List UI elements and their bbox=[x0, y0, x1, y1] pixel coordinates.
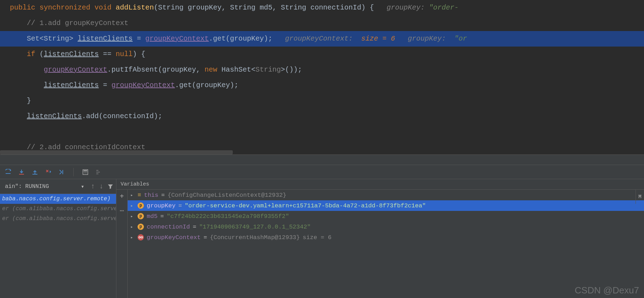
svg-rect-5 bbox=[84, 170, 87, 171]
step-over-icon[interactable] bbox=[5, 169, 11, 175]
horizontal-scrollbar[interactable] bbox=[0, 150, 233, 154]
step-into-icon[interactable] bbox=[18, 169, 25, 175]
svg-rect-0 bbox=[6, 173, 11, 174]
stack-frame[interactable]: er (com.alibaba.nacos.config.server.re bbox=[0, 204, 116, 214]
indent bbox=[10, 112, 27, 120]
frames-toolbar: ain": RUNNING ▾ ↑ ↓ bbox=[0, 179, 116, 194]
eq: = bbox=[161, 192, 165, 199]
parameter-badge-icon: p bbox=[138, 224, 144, 230]
field-ref: groupKeyContext bbox=[111, 81, 175, 89]
thread-state-label: ain": RUNNING bbox=[5, 183, 49, 190]
variable: listenClients bbox=[44, 50, 99, 58]
code-line[interactable]: listenClients = groupKeyContext.get(grou… bbox=[0, 78, 644, 93]
code-line-current[interactable]: Set<String> listenClients = groupKeyCont… bbox=[0, 31, 644, 47]
parameter-badge-icon: p bbox=[138, 213, 144, 219]
separator bbox=[73, 168, 74, 176]
code-text: HashSet< bbox=[217, 66, 255, 74]
code-text: Set<String> bbox=[10, 35, 78, 43]
expand-icon[interactable]: ▸ bbox=[130, 214, 135, 219]
code-editor[interactable]: public synchronized void addListen(Strin… bbox=[0, 0, 644, 154]
var-value: "c7f24bb222c3b631545e2a798f9355f2" bbox=[167, 213, 289, 220]
code-line[interactable]: public synchronized void addListen(Strin… bbox=[0, 0, 644, 16]
debug-panel-header[interactable] bbox=[0, 154, 644, 165]
stack-frame[interactable]: er (com.alibaba.nacos.config.server.re bbox=[0, 214, 116, 224]
code-line[interactable]: if if ( (listenClients == null) { bbox=[0, 47, 644, 62]
variables-gutter: + ⋯ bbox=[116, 190, 128, 298]
signature: (String groupKey, String md5, String con… bbox=[154, 4, 387, 12]
variables-list[interactable]: ▸ ≡ this = {ConfigChangeListenContext@12… bbox=[128, 190, 644, 298]
add-watch-icon[interactable]: + bbox=[120, 193, 124, 201]
eq: = bbox=[160, 213, 164, 220]
variable-row[interactable]: ▸ ≡ this = {ConfigChangeListenContext@12… bbox=[128, 190, 644, 200]
expand-icon[interactable]: ▸ bbox=[130, 235, 135, 240]
var-name: groupKey bbox=[147, 202, 176, 209]
variable-row[interactable]: ▸ p connectionId = "1719409063749_127.0.… bbox=[128, 221, 644, 232]
thread-selector[interactable]: ain": RUNNING ▾ bbox=[3, 183, 86, 190]
indent bbox=[10, 81, 44, 89]
code-text: = bbox=[133, 35, 145, 43]
svg-rect-1 bbox=[19, 174, 24, 175]
expand-icon[interactable]: ▸ bbox=[130, 203, 135, 208]
more-icon[interactable]: ⋯ bbox=[120, 206, 124, 215]
run-to-cursor-icon[interactable] bbox=[59, 169, 65, 175]
code-text: >()); bbox=[281, 66, 302, 74]
force-step-into-icon[interactable] bbox=[45, 169, 51, 175]
svg-rect-2 bbox=[32, 174, 37, 175]
svg-point-6 bbox=[84, 172, 85, 173]
svg-rect-10 bbox=[96, 172, 100, 172]
keyword: if bbox=[10, 50, 35, 58]
inline-hint-label: groupKey: bbox=[408, 35, 454, 43]
this-icon: ≡ bbox=[138, 192, 141, 199]
variables-body: + ⋯ ▸ ≡ this = {ConfigChangeListenContex… bbox=[116, 190, 644, 298]
comment: // 1.add groupKeyContext bbox=[10, 19, 128, 27]
variables-header: Variables bbox=[116, 179, 644, 190]
variable: listenClients bbox=[78, 35, 133, 43]
var-name: connectionId bbox=[147, 224, 190, 230]
debug-lower-panel: ain": RUNNING ▾ ↑ ↓ baba.nacos.config.se… bbox=[0, 179, 644, 298]
var-extra: size = 6 bbox=[303, 234, 332, 241]
variable-row[interactable]: ▸ p groupKey = "order-service-dev.yaml+l… bbox=[128, 200, 644, 211]
code-text: == bbox=[99, 50, 116, 58]
var-name: md5 bbox=[147, 213, 158, 220]
code-line[interactable]: groupKeyContext.putIfAbsent(groupKey, ne… bbox=[0, 62, 644, 78]
stack-frame-text: er (com.alibaba.nacos.config.server.re bbox=[2, 206, 116, 212]
code-line[interactable]: listenClients.add(connectionId); bbox=[0, 109, 644, 124]
spacer bbox=[395, 35, 408, 43]
code-line[interactable]: // 1.add groupKeyContext bbox=[0, 16, 644, 31]
variable: listenClients bbox=[27, 112, 82, 120]
keyword: void bbox=[95, 4, 111, 12]
method-name: addListen bbox=[116, 4, 154, 12]
filter-icon[interactable] bbox=[108, 184, 113, 189]
trace-icon[interactable] bbox=[96, 169, 102, 175]
expand-icon[interactable]: ▸ bbox=[130, 224, 135, 230]
inline-hint-value: "order- bbox=[429, 4, 458, 12]
settings-icon[interactable] bbox=[636, 0, 641, 0]
code-line[interactable] bbox=[0, 124, 644, 140]
type-arg: String bbox=[255, 66, 281, 74]
svg-rect-9 bbox=[96, 170, 98, 171]
keyword: synchronized bbox=[40, 4, 90, 12]
next-frame-icon[interactable]: ↓ bbox=[99, 182, 103, 190]
parameter-badge-icon: p bbox=[138, 202, 144, 209]
chevron-down-icon: ▾ bbox=[81, 183, 84, 190]
var-value: "1719409063749_127.0.0.1_52342" bbox=[199, 224, 311, 230]
variable-row[interactable]: ▸ p md5 = "c7f24bb222c3b631545e2a798f935… bbox=[128, 211, 644, 221]
variable-row[interactable]: ▸ oo groupKeyContext = {ConcurrentHashMa… bbox=[128, 232, 644, 243]
code-text: ( bbox=[35, 50, 44, 58]
code-line[interactable]: } bbox=[0, 93, 644, 109]
expand-icon[interactable]: ▸ bbox=[130, 193, 135, 198]
inline-hint-value: size = 6 bbox=[361, 35, 395, 43]
var-value: {ConfigChangeListenContext@12932} bbox=[168, 192, 286, 199]
var-name: groupKeyContext bbox=[147, 234, 201, 241]
debug-toolbar bbox=[0, 165, 644, 179]
code-text: .get(groupKey); bbox=[209, 35, 285, 43]
code-text: .add(connectionId); bbox=[82, 112, 162, 120]
evaluate-expression-icon[interactable] bbox=[82, 169, 89, 175]
side-tab[interactable]: M bbox=[636, 190, 644, 204]
step-out-icon[interactable] bbox=[32, 169, 38, 175]
svg-point-7 bbox=[85, 172, 86, 173]
field-ref: groupKeyContext bbox=[44, 66, 107, 74]
prev-frame-icon[interactable]: ↑ bbox=[91, 182, 95, 190]
call-stack[interactable]: baba.nacos.config.server.remote) er (com… bbox=[0, 194, 116, 298]
stack-frame[interactable]: baba.nacos.config.server.remote) bbox=[0, 194, 116, 204]
